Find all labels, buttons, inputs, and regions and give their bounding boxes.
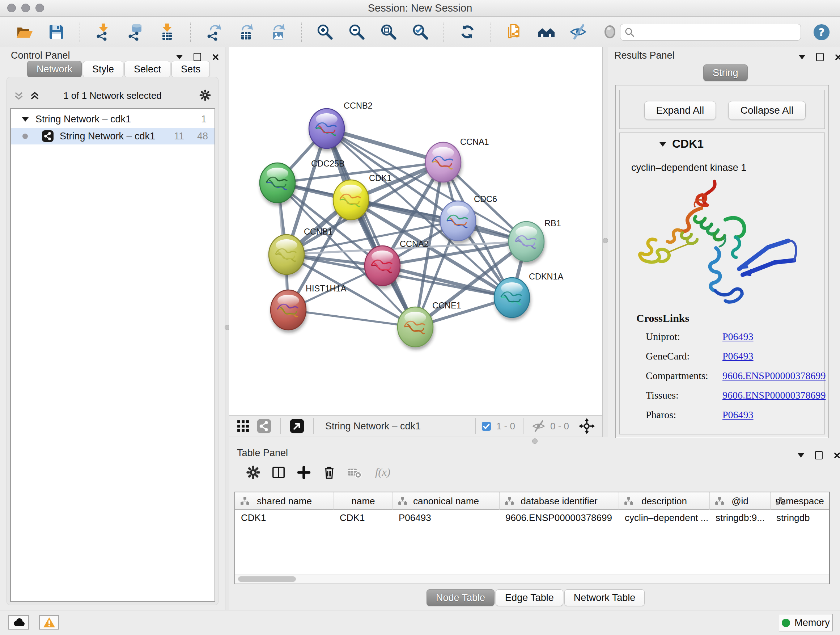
cloud-status-button[interactable] [8, 615, 29, 630]
detach-view-icon[interactable] [289, 418, 305, 434]
network-canvas[interactable]: CCNB2CCNA1CDC25BCDK1CDC6RB1CCNB1CCNA2CDK… [229, 47, 602, 415]
collapse-all-button[interactable]: Collapse All [728, 101, 806, 120]
toolbar-save-session-button[interactable] [47, 22, 66, 41]
node-RB1[interactable] [508, 222, 544, 261]
toolbar-select-first-neighbors-button[interactable] [537, 22, 556, 41]
crosslink-genecard-link[interactable]: P06493 [722, 350, 753, 362]
tab-style[interactable]: Style [83, 61, 123, 78]
column-header--id[interactable]: @id [710, 492, 771, 510]
cell-shared-name[interactable]: CDK1 [235, 510, 334, 526]
node-label-CDK1: CDK1 [369, 173, 392, 183]
cell--id[interactable]: stringdb:9... [710, 510, 771, 526]
cell-database-identifier[interactable]: 9606.ENSP00000378699 [500, 510, 619, 526]
tab-network[interactable]: Network [27, 61, 82, 78]
network-overview-icon[interactable] [256, 418, 272, 434]
tab-edge-table[interactable]: Edge Table [496, 589, 563, 606]
selected-nodes-checkbox[interactable] [481, 421, 492, 432]
search-input[interactable] [635, 27, 801, 38]
node-section-header[interactable]: CDK1 [620, 133, 824, 157]
tab-select[interactable]: Select [125, 61, 171, 78]
node-CCNA1[interactable] [425, 142, 461, 182]
toolbar-zoom-fit-content-button[interactable] [379, 22, 398, 41]
toolbar-hide-selected-button[interactable] [569, 22, 587, 41]
toolbar-separator [80, 22, 80, 42]
node-label-CCNA1: CCNA1 [460, 137, 489, 147]
tab-network-table[interactable]: Network Table [564, 589, 645, 606]
results-menu-icon[interactable] [799, 55, 805, 59]
table-float-icon[interactable] [815, 451, 823, 459]
toolbar-show-all-button[interactable] [600, 22, 619, 41]
toolbar-import-table-from-file-button[interactable] [158, 22, 177, 41]
column-header-database-identifier[interactable]: database identifier [500, 492, 619, 510]
column-type-icon [398, 496, 407, 506]
crosslink-pharos-link[interactable]: P06493 [722, 409, 753, 420]
node-CDC6[interactable] [440, 201, 476, 241]
warnings-button[interactable] [39, 615, 59, 630]
cell-name[interactable]: CDK1 [334, 510, 393, 526]
cytoscape-window: Session: New Session ? Control Panel Net… [0, 0, 840, 635]
panel-close-icon[interactable] [212, 54, 219, 61]
column-header-shared-name[interactable]: shared name [235, 492, 334, 510]
column-header-name[interactable]: name [334, 492, 393, 510]
node-CCNA2[interactable] [365, 246, 400, 286]
create-column-icon[interactable] [296, 464, 312, 480]
crosslink-uniprot-link[interactable]: P06493 [722, 331, 753, 342]
node-CCNE1[interactable] [398, 307, 433, 347]
table-menu-icon[interactable] [798, 453, 804, 458]
expand-all-button[interactable]: Expand All [644, 101, 716, 120]
node-CDKN1A[interactable] [494, 278, 530, 318]
node-CDK1[interactable] [333, 180, 369, 220]
hidden-eye-icon[interactable] [531, 419, 546, 433]
cell-canonical-name[interactable]: P06493 [393, 510, 500, 526]
results-close-icon[interactable] [835, 54, 840, 61]
cell-description[interactable]: cyclin–dependent ... [619, 510, 710, 526]
toolbar-zoom-selected-region-button[interactable] [411, 22, 430, 41]
node-CDC25B[interactable] [260, 163, 295, 203]
toolbar-export-image-button[interactable] [268, 22, 287, 41]
results-float-icon[interactable] [816, 53, 824, 61]
toolbar-export-table-button[interactable] [237, 22, 256, 41]
selected-counts: 1 - 0 [496, 421, 515, 432]
fit-selected-crosshair-icon[interactable] [578, 418, 595, 434]
tab-string[interactable]: String [703, 65, 748, 81]
crosslink-tissues-link[interactable]: 9606.ENSP00000378699 [722, 390, 826, 401]
hidden-counts: 0 - 0 [550, 421, 569, 432]
node-HIST1H1A[interactable] [271, 290, 306, 330]
collection-expander-icon[interactable] [22, 117, 29, 122]
cell-namespace[interactable]: stringdb [771, 510, 829, 526]
toolbar-import-network-from-database-button[interactable] [126, 22, 145, 41]
memory-button[interactable]: Memory [779, 614, 833, 631]
panel-menu-icon[interactable] [176, 55, 183, 59]
horizontal-splitter[interactable] [229, 437, 602, 445]
toolbar-apply-preferred-layout-button[interactable] [458, 22, 477, 41]
table-row[interactable]: CDK1CDK1P064939606.ENSP00000378699cyclin… [235, 510, 829, 526]
node-CCNB1[interactable] [269, 234, 304, 274]
node-CCNB2[interactable] [309, 109, 344, 149]
tab-sets[interactable]: Sets [172, 61, 210, 78]
help-button[interactable]: ? [813, 23, 831, 41]
toolbar-export-network-button[interactable] [205, 22, 224, 41]
column-header-description[interactable]: description [619, 492, 710, 510]
column-header-canonical-name[interactable]: canonical name [393, 492, 500, 510]
toolbar-zoom-out-button[interactable] [347, 22, 366, 41]
section-expander-icon[interactable] [660, 142, 666, 147]
toolbar-import-network-from-file-button[interactable] [94, 22, 113, 41]
table-hscrollbar[interactable] [235, 575, 829, 584]
tab-node-table[interactable]: Node Table [426, 589, 494, 606]
network-row-selected[interactable]: String Network – cdk1 11 48 [11, 128, 215, 144]
crosslink-compartments-link[interactable]: 9606.ENSP00000378699 [722, 370, 826, 381]
column-header-namespace[interactable]: namespace [771, 492, 829, 510]
table-options-icon[interactable] [245, 464, 261, 480]
delete-columns-icon[interactable] [321, 464, 337, 480]
network-options-gear-icon[interactable] [199, 89, 212, 102]
toolbar-new-network-from-selection-button[interactable] [505, 22, 524, 41]
network-collection-row[interactable]: String Network – cdk1 1 [11, 111, 215, 127]
search-box[interactable] [620, 24, 801, 41]
show-hide-columns-icon[interactable] [271, 464, 286, 480]
toolbar-zoom-in-button[interactable] [316, 22, 334, 41]
birdseye-grid-icon[interactable] [235, 418, 251, 434]
memory-status-dot [782, 619, 790, 627]
panel-float-icon[interactable] [194, 53, 201, 61]
table-close-icon[interactable] [834, 452, 840, 459]
toolbar-open-session-button[interactable] [15, 22, 34, 41]
